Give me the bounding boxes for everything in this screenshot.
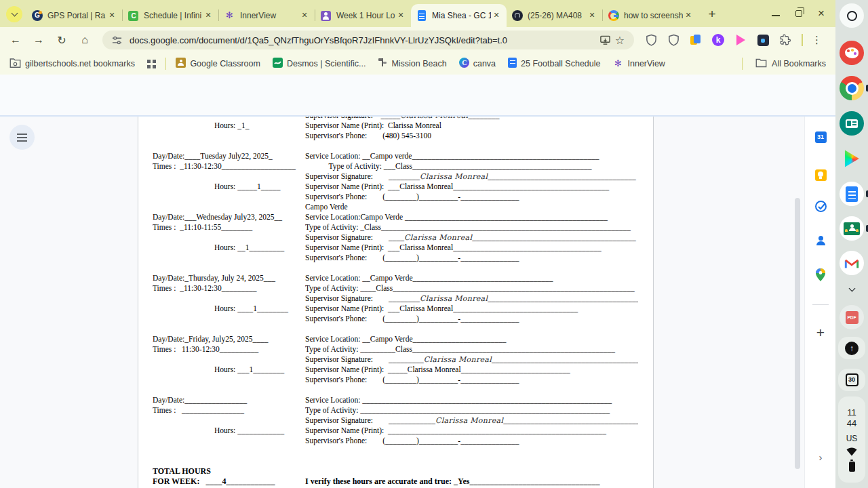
document-outline-button[interactable]	[9, 125, 35, 150]
dark-app-extension-icon[interactable]	[755, 33, 770, 47]
screencast-extension-icon[interactable]	[733, 33, 748, 47]
browser-tab[interactable]: CSchedule | Infini×	[123, 4, 218, 27]
outline-icon	[17, 134, 27, 142]
tab-close-button[interactable]: ×	[491, 10, 502, 21]
docs-stack-extension-icon[interactable]	[688, 33, 703, 47]
doc-line: Hours: _____1_____Supervisor Name (Print…	[153, 182, 638, 192]
document-page[interactable]: Supervisor Signature: _____Clarissa Monr…	[138, 117, 654, 488]
doc-line-left: Hours: _1_	[153, 121, 305, 131]
tab-close-button[interactable]: ×	[395, 10, 406, 21]
pdf-faded-shelf-icon[interactable]: PDF	[838, 304, 865, 331]
shield-extension-icon[interactable]	[644, 33, 658, 47]
doc-line-right: Supervisor Name (Print): _______________…	[305, 426, 638, 436]
contacts-panel-icon[interactable]	[805, 235, 836, 246]
more-apps-shelf-icon[interactable]	[838, 276, 865, 303]
close-icon[interactable]: ×	[818, 9, 825, 18]
tasks-panel-icon[interactable]	[805, 201, 836, 212]
bookmark-item[interactable]: Google Classroom	[176, 58, 260, 70]
shield-extension-icon[interactable]	[666, 33, 681, 47]
reload-button[interactable]: ↻	[53, 31, 71, 49]
browser-tab[interactable]: ✻InnerView×	[219, 4, 315, 27]
extensions-puzzle-icon[interactable]	[778, 33, 793, 47]
explore-shelf-icon[interactable]	[838, 110, 865, 137]
doc-line-left	[153, 232, 305, 243]
extensions-row: k ⋮	[644, 33, 823, 47]
doc-line-right: Supervisor Name (Print): ___Clarissa Mon…	[305, 182, 638, 192]
bookmarks-folder[interactable]: gilbertschools.net bookmarks	[9, 58, 135, 70]
minimize-icon[interactable]	[772, 15, 780, 16]
back-button[interactable]: ←	[7, 31, 24, 49]
doc-line: Supervisor's Phone: (________)__________…	[153, 192, 638, 202]
browser-tab-active[interactable]: Mia Shea - GC 1×	[411, 4, 507, 27]
bookmark-star-icon[interactable]: ☆	[612, 33, 627, 47]
browser-tab[interactable]: how to screensh×	[603, 4, 698, 27]
doc-line-right: Service Location: __Campo Verde_________…	[305, 334, 638, 344]
doc-line-right: Campo Verde	[305, 202, 638, 212]
gmail-shelf-icon[interactable]	[838, 249, 865, 277]
browser-tab[interactable]: GGPS Portal | Ra×	[26, 4, 122, 27]
status-tray[interactable]: 11 44 US	[838, 396, 865, 483]
home-button[interactable]: ⌂	[76, 31, 94, 49]
doc-line-right	[305, 446, 638, 456]
send-to-device-icon[interactable]	[597, 33, 612, 47]
doc-line: Day/Date:________________Service Locatio…	[153, 395, 638, 405]
kami-extension-icon[interactable]: k	[711, 33, 726, 47]
side-panel-expand-button[interactable]: ›	[805, 451, 836, 463]
doc-line: Supervisor Signature: ________Clarissa M…	[153, 171, 638, 182]
get-add-ons-button[interactable]: +	[805, 325, 836, 341]
apps-grid-button[interactable]	[147, 60, 156, 68]
doc-line	[153, 446, 638, 456]
keep-panel-icon[interactable]	[805, 169, 836, 181]
screen-capture-tray[interactable]: ↑	[838, 337, 865, 359]
bookmark-item[interactable]: Desmos | Scientific...	[273, 58, 366, 70]
vertical-scrollbar[interactable]	[795, 198, 800, 469]
apps-grid-icon	[147, 60, 156, 68]
doc-line-left: Day/Date:____Tuesday July22, 2025_	[153, 151, 305, 161]
doc-line: Hours: _1_Supervisor Name (Print): Clari…	[153, 121, 638, 131]
bookmark-item[interactable]: Ccanva	[459, 58, 496, 70]
doc-line: Day/Date:_Thursday, July 24, 2025___Serv…	[153, 273, 638, 283]
restore-icon[interactable]	[795, 10, 802, 17]
tab-title: InnerView	[240, 11, 299, 20]
tab-close-button[interactable]: ×	[106, 10, 117, 21]
launcher-shelf-icon[interactable]	[838, 2, 865, 29]
tab-search-button[interactable]	[6, 6, 22, 22]
gps-favicon: G	[31, 10, 43, 22]
doc-line-left	[153, 446, 305, 456]
new-tab-button[interactable]: +	[703, 6, 721, 24]
doc-line: Day/Date:_Friday, July25, 2025____Servic…	[153, 334, 638, 344]
classroom-shelf-icon[interactable]	[838, 215, 865, 242]
calendar-panel-icon[interactable]: 31	[805, 131, 836, 143]
doc-line-right	[305, 263, 638, 273]
tab-close-button[interactable]: ×	[203, 10, 214, 21]
play-store-shelf-icon[interactable]	[838, 145, 865, 172]
bookmark-item[interactable]: ✻InnerView	[613, 58, 665, 69]
all-bookmarks-button[interactable]: All Bookmarks	[741, 58, 826, 70]
doc-line-right: Supervisor's Phone: (________)__________…	[305, 375, 638, 385]
forward-button[interactable]: →	[30, 31, 47, 49]
tab-close-button[interactable]: ×	[299, 10, 310, 21]
doc-line-right: Supervisor Signature: ____________Claris…	[305, 415, 638, 426]
browser-tab[interactable]: Week 1 Hour Lo×	[315, 4, 411, 27]
all-bookmarks-label: All Bookmarks	[772, 59, 826, 68]
tab-close-button[interactable]: ×	[683, 10, 694, 21]
canvas-shelf-icon[interactable]	[838, 39, 865, 66]
doc-line	[153, 324, 638, 334]
tabs: GGPS Portal | Ra×CSchedule | Infini×✻Inn…	[26, 0, 698, 27]
bookmark-item[interactable]: 25 Football Schedule	[508, 58, 600, 70]
doc-line-right	[305, 456, 638, 466]
doc-line: Times : _11:30-12:30_________Type of Act…	[153, 283, 638, 293]
browser-menu-icon[interactable]: ⋮	[812, 34, 823, 46]
doc-line-left	[153, 192, 305, 202]
maps-panel-icon[interactable]	[805, 268, 836, 281]
calendar-tray[interactable]: 30	[838, 369, 865, 391]
address-bar[interactable]: docs.google.com/document/d/1Qa5_QNzfThgu…	[102, 30, 634, 49]
docs-shelf-icon[interactable]	[838, 180, 865, 207]
browser-tab[interactable]: (25-26) MA408×	[507, 4, 602, 27]
chrome-shelf-icon[interactable]	[838, 75, 865, 102]
site-settings-icon[interactable]	[109, 33, 124, 47]
tab-close-button[interactable]: ×	[587, 10, 597, 21]
doc-line: Supervisor's Phone: (________)__________…	[153, 314, 638, 324]
doc-line-right: Supervisor Signature: ________Clarissa M…	[305, 293, 638, 304]
bookmark-item[interactable]: Mission Beach	[378, 58, 446, 70]
